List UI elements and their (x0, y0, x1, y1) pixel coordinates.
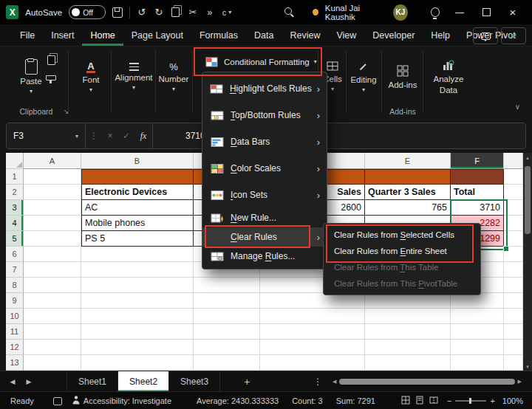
insert-function-button[interactable]: fx (134, 131, 152, 142)
paste-button[interactable]: Paste ▾ (16, 51, 46, 103)
excel-logo-icon[interactable]: X (6, 5, 18, 19)
cell[interactable] (451, 324, 504, 340)
tab-overflow-button[interactable]: ⋮ (313, 377, 322, 387)
tab-insert[interactable]: Insert (43, 24, 82, 46)
cell[interactable] (365, 309, 451, 324)
row-header-3[interactable]: 3 (6, 200, 24, 216)
alignment-group-button[interactable]: Alignment ▾ (114, 51, 154, 103)
cell[interactable] (504, 340, 523, 355)
cell-A5[interactable] (24, 231, 81, 247)
tab-file[interactable]: File (12, 24, 43, 46)
cell[interactable] (504, 262, 523, 278)
cell[interactable] (504, 247, 523, 262)
cell[interactable] (194, 293, 260, 309)
row-header-12[interactable]: 12 (6, 340, 24, 355)
user-name[interactable]: Kunal Jai Kaushik (325, 4, 386, 21)
zoom-in-button[interactable]: + (490, 396, 494, 405)
col-header-B[interactable]: B (81, 153, 194, 169)
row-header-7[interactable]: 7 (6, 262, 24, 278)
cell[interactable] (194, 278, 260, 293)
row-header-1[interactable]: 1 (6, 169, 24, 185)
name-box[interactable]: F3▾ (7, 123, 85, 148)
cell-B1[interactable] (81, 169, 194, 185)
page-layout-view-icon[interactable] (415, 396, 424, 406)
col-header-A[interactable]: A (24, 153, 81, 169)
zoom-slider[interactable] (455, 400, 486, 402)
cell[interactable] (260, 293, 365, 309)
copy-button[interactable] (47, 55, 55, 65)
cell[interactable] (365, 293, 451, 309)
vertical-scrollbar-thumb[interactable] (525, 166, 531, 234)
horizontal-scrollbar-thumb[interactable] (339, 379, 514, 385)
cell-A4[interactable] (24, 216, 81, 231)
cell[interactable] (81, 355, 194, 371)
collapse-ribbon-icon[interactable]: ∨ (515, 103, 520, 111)
cell-F1[interactable] (451, 169, 504, 185)
zoom-out-button[interactable]: − (447, 396, 451, 405)
normal-view-icon[interactable] (401, 396, 410, 406)
menu-item-top-bottom-rules[interactable]: 10 Top/Bottom Rules › (202, 102, 327, 128)
accessibility-status[interactable]: Accessibility: Investigate (72, 396, 171, 406)
cell[interactable] (24, 247, 81, 262)
tab-review[interactable]: Review (282, 24, 328, 46)
cell[interactable] (504, 293, 523, 309)
cell[interactable] (504, 278, 523, 293)
row-header-6[interactable]: 6 (6, 247, 24, 262)
close-button[interactable]: × (499, 0, 526, 24)
cell-A3[interactable] (24, 200, 81, 216)
cell-F3-active[interactable]: 3710 (451, 200, 504, 216)
tab-sheet3[interactable]: Sheet3 (169, 371, 220, 392)
menu-item-data-bars[interactable]: Data Bars › (202, 128, 327, 155)
horizontal-scrollbar[interactable]: ◀ ▶ (332, 378, 522, 385)
cut-button[interactable]: ✂ (188, 5, 198, 20)
cell-A1[interactable] (24, 169, 81, 185)
cell[interactable] (81, 247, 194, 262)
sheet-nav-prev-icon[interactable]: ◀ (4, 378, 21, 385)
number-group-button[interactable]: % Number ▾ (157, 51, 191, 103)
minimize-button[interactable]: — (446, 0, 473, 24)
menu-item-clear-rules[interactable]: Clear Rules › (202, 227, 327, 247)
cell[interactable] (451, 355, 504, 371)
cell[interactable] (24, 309, 81, 324)
cell[interactable] (451, 340, 504, 355)
menu-item-highlight-cells-rules[interactable]: Highlight Cells Rules › (202, 75, 327, 102)
tab-view[interactable]: View (328, 24, 364, 46)
cell-B3[interactable]: AC (81, 200, 194, 216)
zoom-level[interactable]: 100% (502, 396, 523, 405)
cell-A2[interactable] (24, 185, 81, 200)
tab-data[interactable]: Data (246, 24, 282, 46)
cell[interactable] (504, 309, 523, 324)
qat-dropdown-button[interactable]: c▾ (222, 5, 232, 20)
cell[interactable] (81, 324, 194, 340)
copy-button[interactable] (171, 5, 181, 20)
cell[interactable] (81, 293, 194, 309)
cell[interactable] (365, 324, 451, 340)
tab-home[interactable]: Home (82, 24, 123, 46)
menu-item-new-rule[interactable]: New Rule... (202, 208, 327, 227)
macro-record-icon[interactable] (53, 397, 62, 405)
select-all-corner[interactable] (6, 153, 24, 169)
lightbulb-icon[interactable] (431, 7, 440, 17)
enter-button[interactable]: ✓ (118, 131, 134, 141)
qat-overflow-button[interactable]: » (205, 5, 215, 20)
sheet-nav-next-icon[interactable]: ▶ (21, 378, 37, 385)
cell[interactable] (365, 340, 451, 355)
cell[interactable] (24, 278, 81, 293)
row-header-9[interactable]: 9 (6, 293, 24, 309)
cell[interactable] (24, 340, 81, 355)
share-button[interactable]: ↗ (501, 27, 526, 44)
tab-sheet2[interactable]: Sheet2 (118, 371, 169, 392)
cell[interactable] (24, 293, 81, 309)
row-header-4[interactable]: 4 (6, 216, 24, 231)
cell[interactable] (194, 340, 260, 355)
cell[interactable] (504, 324, 523, 340)
format-painter-button[interactable] (46, 75, 56, 80)
cell[interactable] (81, 340, 194, 355)
tab-formulas[interactable]: Formulas (191, 24, 246, 46)
add-ins-button[interactable]: Add-ins (384, 51, 421, 103)
undo-button[interactable]: ↺ (137, 5, 147, 20)
row-header-10[interactable]: 10 (6, 309, 24, 324)
cell-E2[interactable]: Quarter 3 Sales (365, 185, 451, 200)
cell-B2[interactable]: Electronic Devices (81, 185, 194, 200)
cell[interactable] (194, 324, 260, 340)
